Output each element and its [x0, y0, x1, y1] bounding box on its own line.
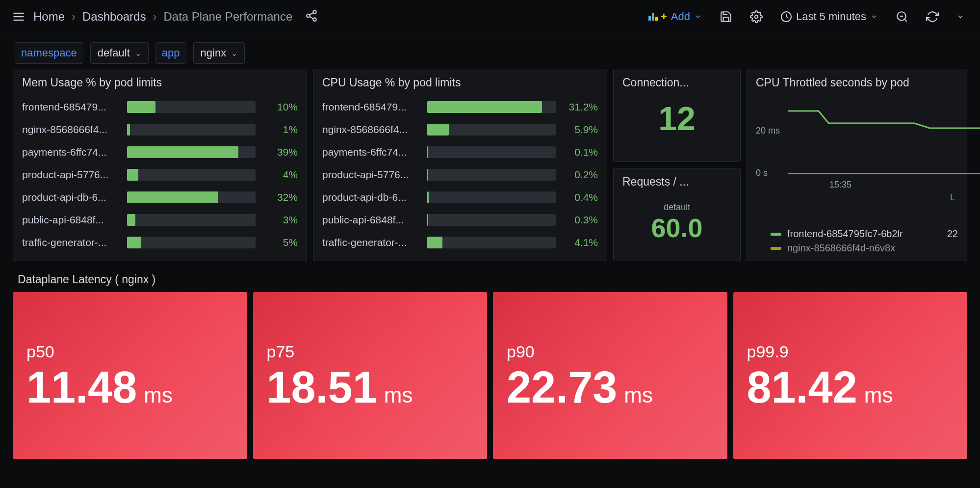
gear-icon: [750, 10, 763, 23]
bar-row: frontend-685479... 10%: [22, 96, 298, 118]
bar-track: [127, 124, 256, 136]
svg-point-3: [313, 10, 317, 14]
bar-row: product-api-db-6... 0.4%: [322, 186, 598, 209]
share-button[interactable]: [305, 9, 318, 24]
bar-label: product-api-db-6...: [22, 191, 120, 203]
refresh-interval-button[interactable]: [951, 6, 970, 27]
var-select-app[interactable]: nginx ⌄: [193, 42, 245, 64]
bar-track: [127, 237, 256, 248]
panel-title: CPU Throttled seconds by pod: [756, 76, 958, 89]
bar-fill: [427, 124, 449, 136]
zoom-out-button[interactable]: [890, 6, 914, 27]
bar-label: product-api-db-6...: [322, 191, 420, 203]
chevron-down-icon: ⌄: [231, 49, 237, 58]
bar-value: 4%: [262, 169, 298, 181]
breadcrumb-current[interactable]: Data Plane Performance: [163, 10, 292, 24]
add-panel-icon: [648, 13, 658, 21]
bar-fill: [127, 146, 238, 158]
bar-label: nginx-8568666f4...: [22, 124, 120, 136]
bar-label: frontend-685479...: [322, 101, 420, 113]
zoom-out-icon: [896, 10, 908, 23]
bar-row: public-api-6848f... 0.3%: [322, 209, 598, 231]
bar-track: [427, 146, 556, 158]
bar-fill: [427, 101, 542, 113]
bar-label: payments-6ffc74...: [322, 146, 420, 158]
panel-title: Connection...: [622, 76, 689, 89]
latency-value: 81.42: [747, 365, 857, 409]
variable-row: namespace default ⌄ app nginx ⌄: [0, 33, 980, 69]
chart-legend-letter: L: [950, 192, 955, 203]
y-tick: 20 ms: [756, 126, 780, 136]
panel-latency-p75[interactable]: p75 18.51ms: [253, 292, 488, 459]
bar-row: product-api-5776... 4%: [22, 163, 298, 186]
bar-fill: [127, 169, 138, 181]
breadcrumb-home[interactable]: Home: [33, 10, 65, 24]
bar-label: product-api-5776...: [22, 169, 120, 181]
plus-icon: +: [661, 10, 667, 23]
var-select-namespace[interactable]: default ⌄: [90, 42, 149, 64]
bar-label: nginx-8568666f4...: [322, 124, 420, 136]
chart-line-frontend: [788, 96, 980, 180]
bar-row: frontend-685479... 31.2%: [322, 96, 598, 118]
save-button[interactable]: [714, 6, 738, 27]
breadcrumb-sep: ›: [72, 10, 76, 24]
panel-latency-p90[interactable]: p90 22.73ms: [493, 292, 727, 459]
panel-requests[interactable]: Requests / ... default 60.0: [613, 168, 741, 261]
panel-mem-usage[interactable]: Mem Usage % by pod limits frontend-68547…: [13, 69, 307, 261]
bar-row: product-api-db-6... 32%: [22, 186, 298, 209]
bar-track: [427, 101, 556, 113]
latency-label: p75: [267, 342, 474, 361]
latency-unit: ms: [864, 384, 893, 406]
bar-value: 0.3%: [563, 214, 598, 226]
bar-value: 0.4%: [563, 191, 598, 203]
svg-line-7: [310, 16, 313, 18]
save-icon: [720, 10, 732, 23]
add-button[interactable]: + Add: [643, 6, 708, 27]
bar-row: payments-6ffc74... 39%: [22, 141, 298, 163]
latency-row: p50 11.48ms p75 18.51ms p90 22.73ms p99.…: [0, 292, 980, 459]
stat-value: 60.0: [651, 213, 702, 243]
settings-button[interactable]: [744, 6, 769, 27]
latency-label: p99.9: [747, 342, 954, 361]
y-tick: 0 s: [756, 168, 768, 178]
clock-icon: [780, 11, 792, 23]
bar-value: 1%: [262, 124, 298, 136]
bar-track: [427, 191, 556, 203]
legend-swatch: [771, 247, 781, 250]
bar-track: [127, 214, 256, 226]
add-label: Add: [671, 10, 690, 23]
timerange-picker[interactable]: Last 5 minutes: [774, 6, 884, 27]
bar-fill: [427, 169, 428, 181]
bar-track: [127, 101, 256, 113]
legend-swatch: [771, 233, 781, 236]
legend-item[interactable]: frontend-6854795fc7-6b2lr 22: [771, 228, 958, 240]
latency-label: p90: [507, 342, 714, 361]
x-tick: 15:35: [829, 180, 851, 190]
panel-connections[interactable]: Connection... 12: [613, 69, 741, 162]
panel-cpu-throttled[interactable]: CPU Throttled seconds by pod 20 ms 0 s 1…: [747, 69, 967, 261]
bar-track: [427, 124, 556, 136]
latency-value: 18.51: [267, 365, 377, 409]
menu-button[interactable]: [10, 8, 27, 26]
bar-value: 3%: [262, 214, 298, 226]
breadcrumb-dashboards[interactable]: Dashboards: [82, 10, 146, 24]
bar-track: [427, 169, 556, 181]
bar-row: nginx-8568666f4... 5.9%: [322, 118, 598, 141]
bar-fill: [427, 237, 442, 248]
bar-value: 10%: [262, 101, 298, 113]
legend-value: 22: [947, 228, 958, 240]
panel-latency-p999[interactable]: p99.9 81.42ms: [733, 292, 968, 459]
bar-label: traffic-generator-...: [322, 237, 420, 248]
refresh-button[interactable]: [920, 6, 945, 27]
panel-cpu-usage[interactable]: CPU Usage % by pod limits frontend-68547…: [313, 69, 607, 261]
latency-value: 11.48: [26, 365, 137, 409]
var-label-namespace: namespace: [15, 42, 83, 64]
panels-top: Mem Usage % by pod limits frontend-68547…: [0, 69, 980, 261]
latency-label: p50: [26, 342, 233, 361]
bar-label: public-api-6848f...: [22, 214, 120, 226]
panel-latency-p50[interactable]: p50 11.48ms: [13, 292, 247, 459]
bar-value: 39%: [262, 146, 298, 158]
svg-point-8: [755, 15, 758, 18]
bar-fill: [427, 146, 428, 158]
legend-item[interactable]: nginx-8568666f4d-n6v8x: [771, 243, 958, 254]
